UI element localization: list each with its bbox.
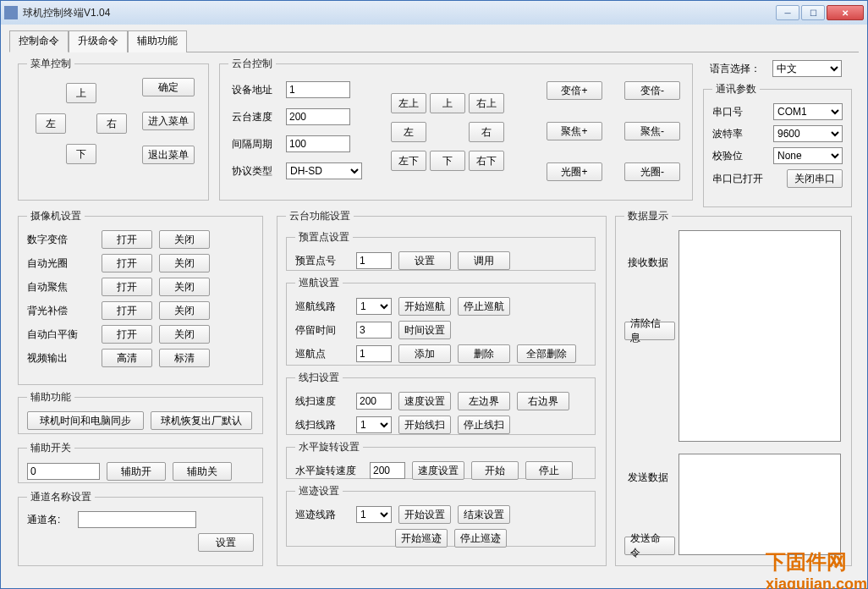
btn-left[interactable]: 左 [36,113,66,134]
group-trace: 巡迹设置 巡迹线路1开始设置结束设置 开始巡迹停止巡迹 [286,484,596,547]
btn-awb-open[interactable]: 打开 [102,325,152,344]
btn-zoom-minus[interactable]: 变倍- [624,81,680,100]
btn-ld[interactable]: 左下 [391,151,426,171]
tab-upgrade-cmd[interactable]: 升级命令 [69,30,128,52]
btn-cruise-add[interactable]: 添加 [398,344,451,363]
btn-focus-minus[interactable]: 聚焦- [624,122,680,140]
btn-time-sync[interactable]: 球机时间和电脑同步 [27,411,144,430]
btn-ls-stop[interactable]: 停止线扫 [458,416,510,434]
maximize-button[interactable]: ☐ [801,5,825,20]
select-language[interactable]: 中文 [772,60,842,77]
legend-cruise: 巡航设置 [295,276,343,290]
input-dev-addr[interactable] [286,81,350,98]
btn-ls-right[interactable]: 右边界 [517,392,569,410]
group-ptz-control: 云台控制 设备地址 云台速度 间隔周期 协议类型 DH-SD 左上 上 右上 左… [219,57,693,201]
select-trace-line[interactable]: 1 [356,506,392,523]
lbl-ls-speed: 线扫速度 [295,394,349,409]
btn-d[interactable]: 下 [430,151,465,171]
btn-trace-stop[interactable]: 停止巡迹 [454,529,507,548]
lbl-interval: 间隔周期 [232,137,272,151]
select-cruise-line[interactable]: 1 [356,298,392,315]
lbl-video-out: 视频输出 [27,351,95,366]
btn-digizoom-open[interactable]: 打开 [102,230,152,249]
btn-ls-speed-set[interactable]: 速度设置 [398,392,451,410]
btn-preset-call[interactable]: 调用 [458,251,510,270]
btn-cruise-stop[interactable]: 停止巡航 [458,297,510,316]
input-interval[interactable] [286,135,350,152]
btn-aux-on[interactable]: 辅助开 [107,462,166,481]
tab-aux-func[interactable]: 辅助功能 [128,30,187,52]
ta-send[interactable] [678,454,841,555]
btn-hr-speed-set[interactable]: 速度设置 [412,461,464,480]
btn-down[interactable]: 下 [66,144,96,164]
input-stay-time[interactable] [356,322,392,339]
select-proto[interactable]: DH-SD [286,162,362,179]
btn-right[interactable]: 右 [96,113,127,134]
btn-focus-plus[interactable]: 聚焦+ [547,122,602,140]
btn-iris-minus[interactable]: 光圈- [624,162,680,181]
lbl-recv-data: 接收数据 [628,256,668,270]
input-aux[interactable] [27,463,100,480]
btn-clear-info[interactable]: 清除信息 [624,322,675,340]
btn-up[interactable]: 上 [66,83,96,103]
btn-digizoom-close[interactable]: 关闭 [159,230,210,249]
input-hr-speed[interactable] [370,462,405,479]
btn-enter-menu[interactable]: 进入菜单 [142,112,195,130]
lbl-baud: 波特率 [712,127,753,141]
close-button[interactable]: ✕ [827,5,864,20]
input-cruise-point[interactable] [356,345,392,362]
lbl-digital-zoom: 数字变倍 [27,233,95,247]
legend-menu-control: 菜单控制 [27,57,74,71]
btn-blc-close[interactable]: 关闭 [159,301,210,320]
btn-factory-reset[interactable]: 球机恢复出厂默认 [151,411,252,430]
tab-bar: 控制命令 升级命令 辅助功能 [9,30,859,52]
btn-trace-start-set[interactable]: 开始设置 [398,505,451,524]
btn-autoiris-open[interactable]: 打开 [102,254,152,272]
btn-blc-open[interactable]: 打开 [102,301,152,320]
btn-u[interactable]: 上 [430,93,465,113]
btn-autofocus-open[interactable]: 打开 [102,278,152,296]
btn-awb-close[interactable]: 关闭 [159,325,210,344]
select-ls-line[interactable]: 1 [356,416,392,433]
select-com[interactable]: COM1 [773,103,843,120]
btn-send-cmd[interactable]: 发送命令 [624,537,675,555]
minimize-button[interactable]: ─ [776,5,799,20]
btn-r[interactable]: 右 [469,122,504,142]
btn-preset-set[interactable]: 设置 [398,251,451,270]
btn-zoom-plus[interactable]: 变倍+ [547,81,602,100]
btn-hd[interactable]: 高清 [102,349,152,367]
input-channel-name[interactable] [78,511,196,528]
btn-lu[interactable]: 左上 [391,93,426,113]
btn-cruise-delall[interactable]: 全部删除 [517,344,576,363]
btn-trace-end-set[interactable]: 结束设置 [458,505,510,524]
btn-l[interactable]: 左 [391,122,426,142]
btn-autofocus-close[interactable]: 关闭 [159,278,210,296]
btn-ok[interactable]: 确定 [142,78,195,96]
btn-iris-plus[interactable]: 光圈+ [547,162,602,181]
btn-exit-menu[interactable]: 退出菜单 [142,146,195,164]
lbl-com-status: 串口已打开 [712,172,763,186]
tab-control-cmd[interactable]: 控制命令 [9,30,69,52]
btn-cruise-del[interactable]: 删除 [458,344,510,363]
btn-hr-stop[interactable]: 停止 [525,461,573,480]
btn-hr-start[interactable]: 开始 [471,461,519,480]
btn-aux-off[interactable]: 辅助关 [173,462,232,481]
btn-cruise-start[interactable]: 开始巡航 [398,297,451,316]
btn-ls-left[interactable]: 左边界 [458,392,510,410]
select-parity[interactable]: None [773,147,843,164]
btn-channel-set[interactable]: 设置 [198,533,254,552]
btn-ls-start[interactable]: 开始线扫 [398,416,451,434]
btn-rd[interactable]: 右下 [469,151,504,171]
btn-sd[interactable]: 标清 [159,349,210,367]
ta-recv[interactable] [678,230,841,442]
input-ls-speed[interactable] [356,393,392,410]
btn-time-set[interactable]: 时间设置 [398,321,451,339]
group-preset: 预置点设置 预置点号设置调用 [286,230,596,271]
btn-ru[interactable]: 右上 [469,93,504,113]
btn-trace-start[interactable]: 开始巡迹 [395,529,448,548]
btn-close-com[interactable]: 关闭串口 [787,169,843,188]
select-baud[interactable]: 9600 [773,125,843,142]
input-preset-num[interactable] [356,252,392,269]
input-ptz-speed[interactable] [286,108,350,125]
btn-autoiris-close[interactable]: 关闭 [159,254,210,272]
